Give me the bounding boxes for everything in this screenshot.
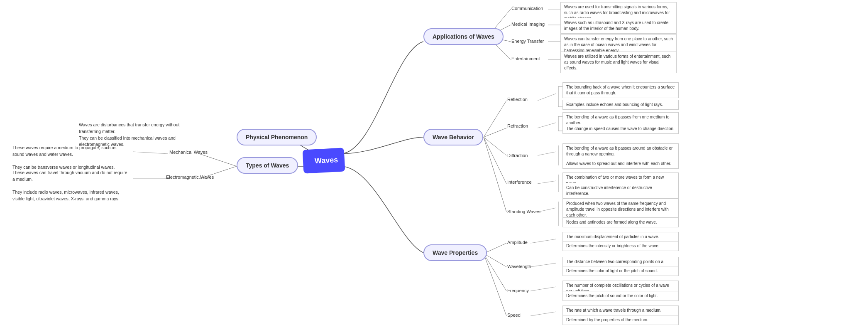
desc-amplitude-1: The maximum displacement of particles in…: [562, 232, 679, 242]
leaf-diffraction: Diffraction: [507, 153, 528, 158]
branch-types: Types of Waves: [237, 157, 298, 174]
svg-line-24: [484, 254, 506, 291]
desc-standing-2: Nodes and antinodes are formed along the…: [562, 217, 679, 227]
desc-frequency-2: Determines the pitch of sound or the col…: [562, 291, 679, 301]
desc-speed-2: Determined by the properties of the medi…: [562, 315, 679, 325]
desc-reflection-2: Examples include echoes and bouncing of …: [562, 100, 679, 110]
leaf-communication: Communication: [511, 6, 543, 11]
svg-line-15: [484, 137, 506, 184]
electromagnetic-text: These waves can travel through vacuum an…: [12, 170, 129, 202]
desc-diffraction-1: The bending of a wave as it passes aroun…: [562, 143, 679, 159]
leaf-wavelength: Wavelength: [507, 264, 531, 269]
branch-applications: Applications of Waves: [423, 28, 504, 45]
svg-line-17: [538, 94, 556, 101]
branch-waveproperties: Wave Properties: [423, 244, 487, 261]
svg-line-20: [538, 181, 556, 184]
desc-wavelength-2: Determines the color of light or the pit…: [562, 266, 679, 276]
svg-line-22: [484, 243, 506, 254]
svg-line-8: [199, 154, 237, 166]
branch-physical: Physical Phenomenon: [237, 129, 317, 145]
svg-line-16: [484, 137, 506, 212]
svg-line-26: [531, 239, 556, 243]
leaf-reflection: Reflection: [507, 97, 528, 102]
desc-medical-imaging: Waves such as ultrasound and X-rays are …: [560, 18, 677, 34]
desc-interference-2: Can be constructive interference or dest…: [562, 183, 679, 199]
desc-entertainment: Waves are utilized in various forms of e…: [560, 52, 677, 73]
leaf-entertainment: Entertainment: [511, 56, 540, 61]
branch-wavebehavior: Wave Behavior: [423, 129, 483, 145]
svg-line-23: [484, 254, 506, 267]
svg-line-18: [538, 123, 556, 128]
leaf-standing-waves: Standing Waves: [507, 209, 540, 214]
mechanical-text: These waves require a medium to propagat…: [12, 145, 129, 171]
desc-speed-1: The rate at which a wave travels through…: [562, 305, 679, 315]
desc-diffraction-2: Allows waves to spread out and interfere…: [562, 159, 679, 169]
leaf-amplitude: Amplitude: [507, 240, 528, 245]
svg-line-25: [484, 254, 506, 316]
svg-line-10: [133, 152, 168, 154]
svg-line-29: [531, 312, 556, 316]
desc-reflection-1: The bounding back of a wave when it enco…: [562, 82, 679, 98]
leaf-energy-transfer: Energy Transfer: [511, 39, 544, 44]
leaf-medical-imaging: Medical Imaging: [511, 22, 545, 27]
leaf-interference: Interference: [507, 180, 532, 185]
physical-text: Waves are disturbances that transfer ene…: [79, 122, 195, 148]
svg-line-13: [484, 128, 506, 137]
leaf-refraction: Refraction: [507, 123, 528, 128]
central-node: Waves: [303, 148, 345, 173]
connection-lines: [0, 0, 868, 335]
desc-amplitude-2: Determines the intensity or brightness o…: [562, 241, 679, 251]
mindmap-canvas: Waves Applications of Waves Communicatio…: [0, 0, 868, 335]
leaf-frequency: Frequency: [507, 288, 529, 293]
leaf-electromagnetic: Electromagnetic Waves: [166, 175, 214, 180]
leaf-speed: Speed: [507, 313, 521, 318]
svg-line-14: [484, 137, 506, 155]
svg-line-19: [538, 152, 556, 155]
desc-refraction-2: The change in speed causes the wave to c…: [562, 124, 679, 134]
svg-line-27: [531, 263, 556, 267]
leaf-mechanical: Mechanical Waves: [169, 150, 208, 155]
svg-line-12: [484, 101, 506, 137]
svg-line-28: [531, 287, 556, 291]
